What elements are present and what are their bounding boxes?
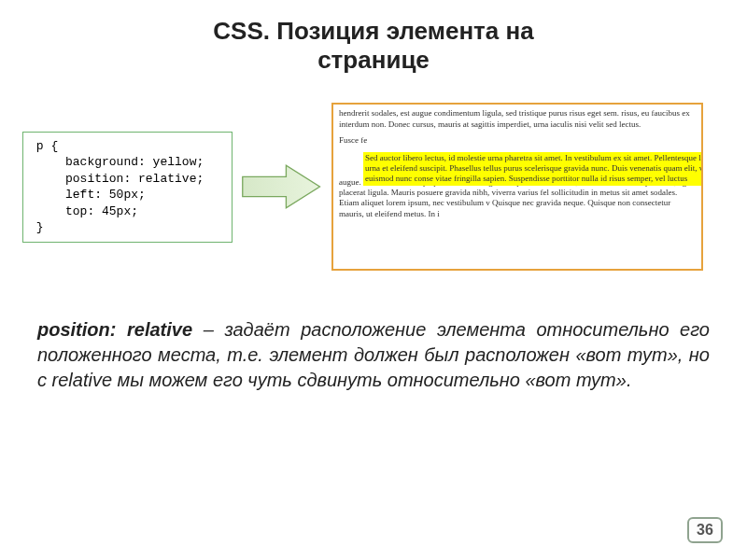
- arrow-icon: [240, 159, 324, 215]
- preview-yellow-paragraph: Sed auctor libero lectus, id molestie ur…: [363, 152, 703, 186]
- description-keyword: position: relative: [37, 319, 192, 340]
- preview-bg-lead: Fusce fe: [339, 135, 367, 145]
- page-number: 36: [697, 522, 713, 539]
- title-line2: странице: [317, 46, 430, 74]
- preview-top-paragraph: hendrerit sodales, est augue condimentum…: [339, 108, 696, 130]
- preview-shifted-wrap: Fusce fe augue. Cum aliam massapo potent…: [339, 135, 696, 238]
- render-preview: hendrerit sodales, est augue condimentum…: [331, 103, 703, 271]
- title-line1: CSS. Позиция элемента на: [213, 17, 533, 45]
- svg-marker-0: [243, 165, 320, 208]
- code-sample: p { background: yellow; position: relati…: [22, 132, 233, 243]
- example-row: p { background: yellow; position: relati…: [0, 103, 747, 271]
- slide-title: CSS. Позиция элемента на странице: [0, 0, 747, 75]
- description: position: relative – задаёт расположение…: [37, 317, 710, 393]
- page-number-badge: 36: [687, 517, 723, 543]
